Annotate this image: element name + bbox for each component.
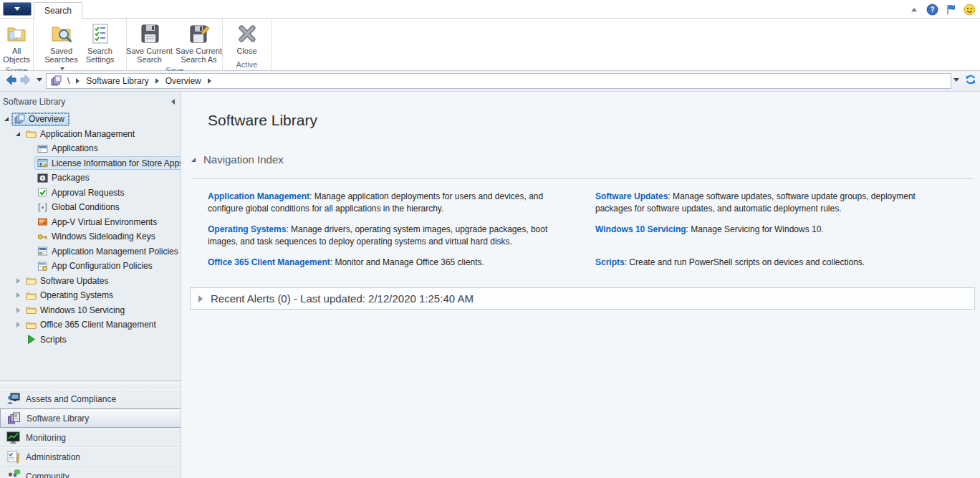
address-dropdown-caret[interactable]: [953, 78, 959, 82]
software-boxes-icon: [7, 411, 21, 425]
tree-item-application-management-policies[interactable]: Application Management Policies: [0, 244, 181, 259]
dropdown-caret-icon: [60, 67, 64, 70]
nav-entry-description: : Create and run PowerShell scripts on d…: [625, 257, 865, 267]
workspace-administration[interactable]: Administration: [0, 447, 181, 467]
software-updates-link[interactable]: Software Updates: [595, 191, 668, 201]
office-365-client-management-link[interactable]: Office 365 Client Management: [208, 257, 330, 267]
monitor-chart-icon: [6, 431, 20, 444]
operating-systems-link[interactable]: Operating Systems: [208, 224, 286, 234]
saved-searches-button[interactable]: Saved Searches: [42, 21, 82, 74]
flag-icon: [945, 4, 957, 16]
breadcrumb-root[interactable]: \: [64, 76, 72, 86]
page-title: Software Library: [208, 112, 317, 129]
application-management-link[interactable]: Application Management: [208, 191, 309, 201]
expander-icon[interactable]: [3, 115, 10, 123]
appv-box-icon: [37, 216, 48, 227]
tree-item-application-management[interactable]: Application Management: [0, 127, 181, 142]
ribbon-group-active-search-label: Active Search: [223, 59, 271, 70]
tree-item-scripts[interactable]: Scripts: [0, 333, 181, 348]
save-current-search-button[interactable]: Save Current Search: [125, 21, 174, 65]
ribbon-tab-strip: Search ?: [0, 0, 980, 19]
folder-icon: [26, 290, 37, 301]
back-button[interactable]: [4, 74, 17, 86]
brackets-icon: [37, 202, 48, 213]
all-objects-label: All Objects: [1, 47, 32, 64]
all-objects-button[interactable]: All Objects: [0, 21, 33, 65]
folder-icon: [26, 275, 37, 286]
breadcrumb-item-software-library[interactable]: Software Library: [83, 76, 151, 86]
navigation-index-title: Navigation Index: [203, 153, 284, 166]
search-settings-button[interactable]: Search Settings: [82, 21, 119, 65]
navigation-index-links: Application Management: Manage applicati…: [208, 191, 953, 269]
tree-item-windows-10-servicing[interactable]: Windows 10 Servicing: [0, 303, 181, 318]
tree-item-appv-virtual-environments[interactable]: App-V Virtual Environments: [0, 215, 181, 230]
close-search-button[interactable]: Close: [231, 21, 264, 57]
expander-icon[interactable]: [14, 292, 21, 299]
expander-icon[interactable]: [14, 277, 21, 285]
tree-label: Packages: [52, 173, 90, 183]
windows-10-servicing-link[interactable]: Windows 10 Servicing: [595, 224, 686, 234]
application-window-icon: [37, 143, 48, 154]
tree-item-overview[interactable]: Overview: [0, 112, 181, 127]
tree-item-office-365-client-management[interactable]: Office 365 Client Management: [0, 317, 181, 333]
saved-searches-label: Saved Searches: [42, 47, 81, 72]
tab-search[interactable]: Search: [34, 2, 82, 19]
main-content: Software Library Navigation Index Applic…: [181, 92, 980, 478]
tree-item-global-conditions[interactable]: Global Conditions: [0, 200, 181, 215]
checklist-icon: [89, 22, 112, 45]
workspace-label: Monitoring: [26, 433, 66, 443]
key-icon: [37, 231, 48, 242]
collapse-pane-icon[interactable]: [171, 99, 175, 105]
tree-item-license-information[interactable]: License Information for Store Apps: [0, 156, 181, 171]
tree-item-approval-requests[interactable]: Approval Requests: [0, 186, 181, 201]
refresh-button[interactable]: [965, 74, 976, 85]
recent-alerts-header[interactable]: Recent Alerts (0) - Last updated: 2/12/2…: [190, 287, 975, 310]
breadcrumb-separator-icon[interactable]: [155, 78, 159, 84]
overview-icon: [14, 114, 25, 125]
collapse-ribbon-button[interactable]: [908, 4, 920, 16]
workspace-label: Assets and Compliance: [26, 394, 116, 404]
workspace-label: Software Library: [27, 414, 89, 424]
tree-label: Operating Systems: [40, 290, 113, 300]
license-card-icon: [37, 158, 48, 168]
workspace-community[interactable]: Community: [0, 467, 181, 478]
workspace-software-library[interactable]: Software Library: [0, 408, 181, 428]
svg-text:?: ?: [930, 6, 934, 14]
green-check-doc-icon: [37, 187, 48, 198]
chevron-down-icon: [14, 7, 20, 11]
workspace-monitoring[interactable]: Monitoring: [0, 428, 181, 447]
expander-icon[interactable]: [14, 321, 21, 328]
scripts-link[interactable]: Scripts: [595, 257, 625, 267]
expander-icon[interactable]: [14, 130, 21, 138]
expander-icon[interactable]: [14, 307, 21, 314]
breadcrumb-item-overview[interactable]: Overview: [163, 76, 204, 86]
navigation-index-header[interactable]: Navigation Index: [191, 153, 284, 166]
search-settings-label: Search Settings: [82, 47, 118, 64]
breadcrumb[interactable]: \ Software Library Overview: [46, 73, 951, 89]
nav-entry-application-management: Application Management: Manage applicati…: [208, 191, 549, 214]
package-box-icon: [37, 173, 48, 183]
folder-magnifier-icon: [50, 22, 73, 45]
feedback-button[interactable]: [964, 4, 976, 16]
help-button[interactable]: ?: [926, 4, 938, 16]
save-current-search-as-button[interactable]: Save Current Search As: [174, 21, 224, 65]
tree-item-software-updates[interactable]: Software Updates: [0, 274, 181, 289]
green-play-icon: [26, 334, 37, 345]
flag-button[interactable]: [945, 4, 957, 16]
breadcrumb-separator-icon[interactable]: [76, 78, 80, 84]
tree-item-app-configuration-policies[interactable]: App Configuration Policies: [0, 259, 181, 274]
pane-splitter-handle[interactable]: [0, 381, 181, 389]
floppy-disk-icon: [138, 22, 161, 45]
workspace-assets-and-compliance[interactable]: Assets and Compliance: [0, 389, 181, 408]
nav-entry-windows-10-servicing: Windows 10 Servicing: Manage Servicing f…: [595, 224, 953, 247]
section-expanded-icon: [191, 158, 196, 162]
tree-item-packages[interactable]: Packages: [0, 171, 181, 186]
tree-item-windows-sideloading-keys[interactable]: Windows Sideloading Keys: [0, 229, 181, 244]
all-objects-folder-icon: [5, 22, 28, 45]
nav-history-dropdown[interactable]: [37, 78, 42, 82]
app-menu-button[interactable]: [3, 2, 32, 16]
tree-item-applications[interactable]: Applications: [0, 141, 181, 156]
tree-item-operating-systems[interactable]: Operating Systems: [0, 288, 181, 303]
forward-button[interactable]: [19, 74, 33, 86]
breadcrumb-separator-icon[interactable]: [208, 78, 211, 84]
